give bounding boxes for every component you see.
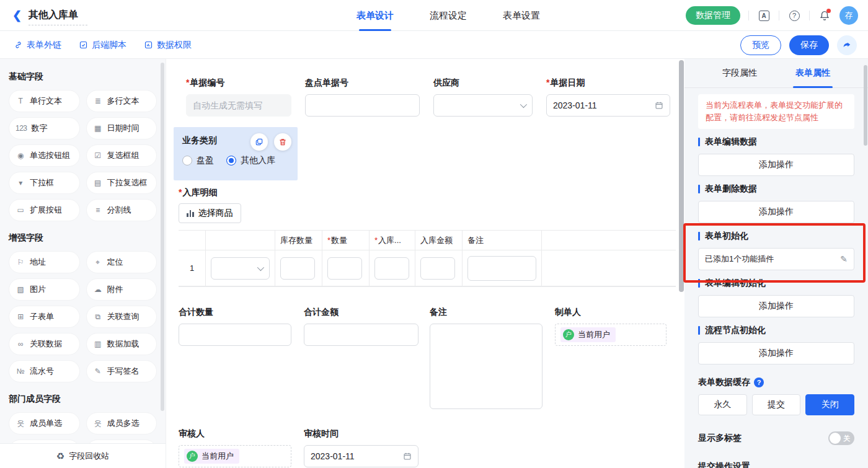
field-pill[interactable]: ⊞ 子表单 — [9, 306, 80, 328]
audit-time-input[interactable]: 2023-01-11 — [304, 445, 418, 467]
detail-label: 入库明细 — [179, 187, 217, 198]
field-pill-label: 成员单选 — [30, 418, 62, 429]
multi-tab-toggle[interactable]: 关 — [828, 431, 854, 445]
edit-pencil-icon[interactable]: ✎ — [840, 254, 848, 264]
back-icon[interactable]: ❮ — [12, 9, 22, 22]
pick-product-button[interactable]: 选择商品 — [179, 203, 241, 223]
node-init-add-button[interactable]: 添加操作 — [698, 342, 854, 364]
cell-qty — [322, 250, 370, 286]
radio-option-panying[interactable]: 盘盈 — [182, 155, 214, 166]
field-pill[interactable]: ⧉ 关联查询 — [86, 306, 157, 328]
check-no-input[interactable] — [305, 94, 420, 117]
inbound-amount-input[interactable] — [420, 257, 455, 280]
field-pill[interactable]: ☑ 复选框组 — [86, 144, 157, 167]
field-pill[interactable]: ▭ 扩展按钮 — [9, 199, 80, 221]
field-pill-label: 地址 — [30, 257, 46, 268]
tab-form-design[interactable]: 表单设计 — [356, 0, 394, 31]
data-permission-button[interactable]: 数据权限 — [144, 40, 192, 51]
field-pill[interactable]: № 流水号 — [9, 360, 80, 382]
canvas-scrollbar[interactable] — [679, 60, 684, 292]
external-link-button[interactable]: 表单外链 — [14, 40, 61, 51]
field-pill[interactable]: ☁ 附件 — [86, 278, 157, 301]
field-pill-label: 分割线 — [107, 205, 131, 216]
field-remark[interactable]: 备注 — [430, 307, 542, 411]
tab-flow-setting[interactable]: 流程设定 — [430, 0, 467, 31]
field-pill[interactable]: 123 数字 — [9, 117, 80, 139]
delete-data-add-button[interactable]: 添加操作 — [698, 201, 854, 223]
section-title-basic: 基础字段 — [9, 71, 157, 82]
field-pill[interactable]: T 单行文本 — [9, 90, 80, 112]
field-pill[interactable]: ▾ 下拉框 — [9, 172, 80, 194]
field-supplier[interactable]: 供应商 — [433, 77, 533, 117]
header-remark: 备注 — [463, 231, 542, 250]
doc-date-input[interactable]: 2023-01-11 — [546, 94, 670, 117]
radio-option-other-inbound[interactable]: 其他入库 — [226, 155, 275, 166]
data-manage-button[interactable]: 数据管理 — [686, 6, 740, 25]
cache-option-submit[interactable]: 提交 — [752, 394, 801, 415]
field-pill[interactable]: ▤ 下拉复选框 — [86, 172, 157, 194]
sidebar-scrollbar[interactable] — [161, 63, 164, 411]
total-amt-input[interactable] — [304, 324, 418, 346]
field-check-no[interactable]: 盘点单据号 — [305, 77, 420, 117]
tab-field-properties[interactable]: 字段属性 — [722, 59, 757, 88]
field-pill[interactable]: ≡ 分割线 — [86, 199, 157, 221]
remark-input[interactable] — [467, 256, 536, 281]
preview-button[interactable]: 预览 — [740, 35, 781, 55]
total-qty-input[interactable] — [179, 324, 291, 346]
form-init-plugin-box[interactable]: 已添加1个功能插件 ✎ — [698, 248, 854, 270]
field-creator[interactable]: 制单人 户 当前用户 — [555, 307, 666, 346]
field-pill[interactable]: ▥ 数据加载 — [86, 333, 157, 355]
field-pill[interactable]: ▦ 日期时间 — [86, 117, 157, 139]
qty-input[interactable] — [327, 257, 362, 280]
copy-icon[interactable] — [250, 133, 268, 151]
auditor-box[interactable]: 户 当前用户 — [179, 445, 291, 467]
remark-textarea[interactable] — [430, 324, 542, 409]
user-circle-icon: 户 — [187, 451, 198, 462]
delete-icon[interactable] — [274, 133, 291, 151]
field-pill[interactable]: ✎ 手写签名 — [86, 360, 157, 382]
field-pill[interactable]: ▧ 图片 — [9, 278, 80, 301]
help-circle-icon[interactable]: ? — [754, 377, 764, 387]
product-select[interactable] — [211, 257, 270, 280]
field-pill[interactable]: ∞ 关联数据 — [9, 333, 80, 355]
user-avatar[interactable]: 存 — [839, 6, 858, 25]
creator-box[interactable]: 户 当前用户 — [555, 324, 666, 346]
tab-form-setting[interactable]: 表单设置 — [503, 0, 540, 31]
inbound-input[interactable] — [374, 257, 409, 280]
field-pill[interactable]: ⚐ 地址 — [9, 251, 80, 273]
field-pill[interactable]: ⌖ 定位 — [86, 251, 157, 273]
field-doc-no[interactable]: 单据编号 — [186, 77, 291, 117]
doc-no-input[interactable] — [186, 94, 291, 117]
address-book-icon[interactable]: A — [757, 9, 771, 22]
share-button[interactable] — [837, 35, 857, 55]
stock-qty-input[interactable] — [280, 257, 315, 280]
cache-option-group: 永久 提交 关闭 — [698, 394, 854, 415]
supplier-select[interactable] — [433, 94, 533, 117]
field-pill-label: 关联查询 — [107, 311, 140, 322]
cache-option-close[interactable]: 关闭 — [805, 394, 854, 415]
save-button[interactable]: 保存 — [789, 35, 829, 55]
cache-option-forever[interactable]: 永久 — [698, 394, 747, 415]
field-pill[interactable]: ≣ 多行文本 — [86, 90, 157, 112]
field-total-qty[interactable]: 合计数量 — [179, 307, 291, 346]
notification-bell-icon[interactable] — [818, 9, 831, 22]
field-pill-label: 子表单 — [30, 311, 54, 322]
window-scrollbar[interactable] — [864, 65, 867, 146]
edit-init-add-button[interactable]: 添加操作 — [698, 295, 854, 317]
calendar-icon — [403, 452, 412, 461]
edit-data-add-button[interactable]: 添加操作 — [698, 154, 854, 176]
field-pill[interactable]: ◉ 单选按钮组 — [9, 144, 80, 167]
field-biz-type-selected[interactable]: 业务类别 盘盈 其他入库 — [174, 127, 298, 180]
backend-script-button[interactable]: 后端脚本 — [79, 40, 126, 51]
field-pill[interactable]: 웃 成员多选 — [86, 412, 157, 435]
help-icon[interactable]: ? — [787, 9, 801, 22]
field-doc-date[interactable]: 单据日期 2023-01-11 — [546, 77, 670, 117]
field-auditor[interactable]: 审核人 户 当前用户 — [179, 428, 291, 467]
field-audit-time[interactable]: 审核时间 2023-01-11 — [304, 428, 418, 467]
field-recycle-bin[interactable]: ♻ 字段回收站 — [0, 443, 166, 468]
section-bar — [698, 326, 700, 335]
field-pill[interactable]: 웃 成员单选 — [9, 412, 80, 435]
field-total-amt[interactable]: 合计金额 — [304, 307, 418, 346]
subform-icon: ⊞ — [16, 312, 25, 321]
tab-form-properties[interactable]: 表单属性 — [795, 59, 830, 88]
